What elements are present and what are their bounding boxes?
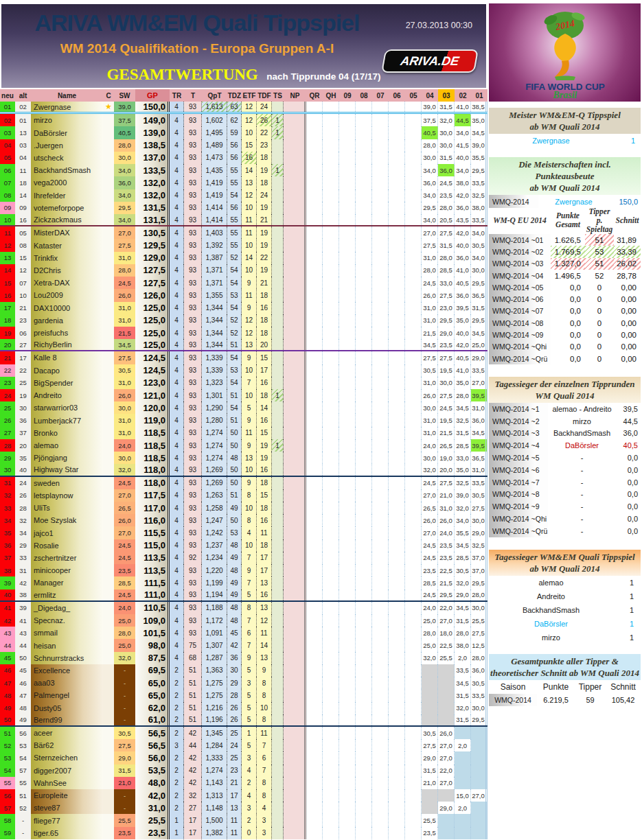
player-name: gardenia xyxy=(31,314,103,327)
stat-ts xyxy=(272,327,284,339)
stat-tdz: 51 xyxy=(227,389,242,401)
rank-new-badge: 11 xyxy=(0,226,15,239)
round-cell-empty xyxy=(306,126,323,139)
round-points: 34,5 xyxy=(471,327,488,339)
stat-etf: 15 xyxy=(242,139,257,152)
round-points: 12,5 xyxy=(471,639,488,651)
round-cell-empty xyxy=(356,526,372,539)
table-row: 1823gardenia31,0125,04931,34452121831,02… xyxy=(0,314,488,327)
stat-tr: 4 xyxy=(170,252,184,264)
wmq-stat-row: WMQ-2014 ~031.327,05126,02 xyxy=(489,258,641,270)
stat-tdz: 54 xyxy=(227,189,242,202)
points-last-round: 24,5 xyxy=(114,539,135,552)
tagessieger-panel: Tagessieger WM&EM Quali Tippspiel ab WM … xyxy=(489,550,641,644)
round-cell-empty xyxy=(389,389,405,401)
round-cell-empty xyxy=(323,252,339,264)
stat-tdz: 63 xyxy=(227,102,242,112)
meister-title-line2: ab WM Quali 2014 xyxy=(489,121,641,132)
stat-ts xyxy=(272,590,284,600)
round-cell-empty xyxy=(405,464,422,475)
total-points: 31,0 xyxy=(135,802,170,814)
champion-cell xyxy=(103,327,114,339)
player-name: _Digedag_ xyxy=(31,602,103,614)
stat-np xyxy=(284,802,306,814)
round-cell-empty xyxy=(405,214,422,225)
stat-qpt: 1,196 xyxy=(202,714,227,725)
round-points: 23,5 xyxy=(422,564,438,576)
round-points: 29,5 xyxy=(471,576,488,589)
stat-tr: 4 xyxy=(170,164,184,176)
round-cell-empty xyxy=(339,139,356,152)
round-points xyxy=(455,827,471,839)
player-name: heisan xyxy=(31,639,103,651)
stat-etf: 10 xyxy=(242,126,257,139)
rank-old: 10 xyxy=(15,289,31,301)
total-points: 110,5 xyxy=(135,602,170,614)
tagessieger-count: 1 xyxy=(613,606,641,614)
table-row: 4847Palmengel-65,02511,275285831,533,5 xyxy=(0,689,488,701)
round-cell-empty xyxy=(306,789,323,802)
champion-cell xyxy=(103,114,114,126)
points-last-round: 32,0 xyxy=(114,652,135,664)
round-points: 41,0 xyxy=(455,364,471,377)
tagesrunde-points: 39,5 xyxy=(616,405,641,413)
champion-cell xyxy=(103,702,114,714)
round-points: 30,5 xyxy=(471,677,488,689)
wmq-schnitt: 28,78 xyxy=(614,270,641,281)
round-points: 27,0 xyxy=(471,377,488,389)
stat-t: 42 xyxy=(184,765,202,777)
stat-ts xyxy=(272,452,284,464)
rank-old: 45 xyxy=(15,664,31,677)
stat-qpt: 1,403 xyxy=(202,226,227,239)
total-points: 131,5 xyxy=(135,202,170,214)
round-points: 30,0 xyxy=(438,377,455,389)
column-header-07: 07 xyxy=(372,89,389,102)
round-points: 30,5 xyxy=(471,489,488,502)
stat-qpt: 1,473 xyxy=(202,152,227,164)
round-points: 31,5 xyxy=(438,239,455,251)
stat-ts xyxy=(272,602,284,614)
round-cell-empty xyxy=(389,552,405,564)
total-points: 127,5 xyxy=(135,277,170,289)
total-points: 138,5 xyxy=(135,139,170,152)
champion-cell xyxy=(103,252,114,264)
round-cell-empty xyxy=(389,252,405,264)
rank-new-badge: 49 xyxy=(0,702,15,714)
round-cell-empty xyxy=(339,802,356,814)
champion-cell xyxy=(103,389,114,401)
gesamtpunkte-title-line2: theoretischer Schnitt ab WM Quali 2014 xyxy=(489,667,641,679)
total-points: 65,0 xyxy=(135,689,170,701)
round-cell-empty xyxy=(356,452,372,464)
round-points: 21,0 xyxy=(422,777,438,789)
table-row: 4645Excellence-69,52511,363305933,536,0 xyxy=(0,664,488,677)
total-points: 53,5 xyxy=(135,765,170,777)
stat-tr: 4 xyxy=(170,189,184,202)
wmq-round-label: WMQ-2014 ~07 xyxy=(489,305,551,317)
round-cell-empty xyxy=(405,176,422,189)
round-points: 34,0 xyxy=(422,214,438,225)
rank-new-badge: 35 xyxy=(0,526,15,539)
player-name: Zwergnase xyxy=(31,102,103,112)
round-cell-empty xyxy=(323,727,339,739)
player-name: .Juergen xyxy=(31,139,103,152)
round-cell-empty xyxy=(389,102,405,112)
stat-tdz: 54 xyxy=(227,401,242,414)
round-cell-empty xyxy=(339,114,356,126)
wmq-tipper: 0 xyxy=(585,341,614,353)
rank-old: 38 xyxy=(15,590,31,600)
wmq-title: WM-Q EU 2014 xyxy=(489,216,551,225)
champion-cell xyxy=(103,377,114,389)
stat-t: 93 xyxy=(184,439,202,452)
stat-ts xyxy=(272,739,284,751)
round-cell-empty xyxy=(339,827,356,839)
stat-tdf: 19 xyxy=(257,264,272,277)
section-heading: GESAMTWERTUNG nach Tipprunde 04 (17/17) xyxy=(1,66,486,84)
wmq-punkte: 0,0 xyxy=(551,329,585,340)
round-cell-empty xyxy=(306,802,323,814)
champion-cell xyxy=(103,139,114,152)
points-last-round: 30,5 xyxy=(114,727,135,739)
stat-np xyxy=(284,239,306,251)
stat-tdf: 24 xyxy=(257,102,272,112)
round-cell-empty xyxy=(372,389,389,401)
stat-qpt: 1,435 xyxy=(202,164,227,176)
